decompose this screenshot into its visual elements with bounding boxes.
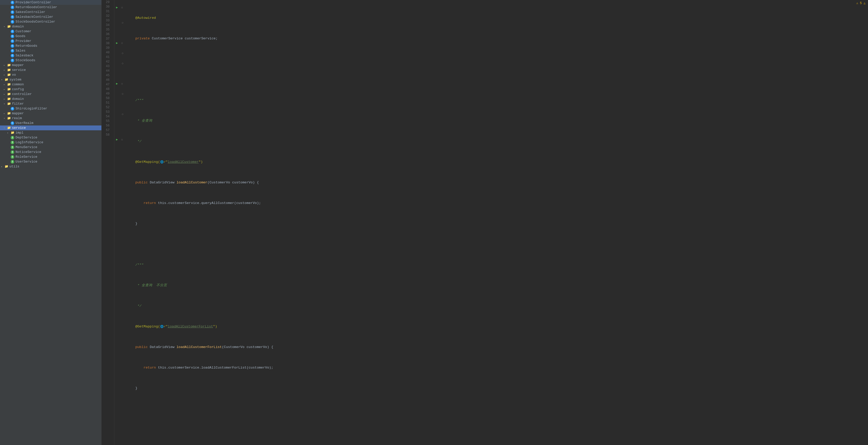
tree-item-service-sys[interactable]: 📁 service <box>0 126 101 130</box>
tree-item-Salesback[interactable]: C Salesback <box>0 53 101 58</box>
folder-icon: 📁 <box>7 68 11 72</box>
gutter-29 <box>114 0 125 5</box>
tree-item-domain2[interactable]: 📁 domain <box>0 97 101 101</box>
tree-item-mapper[interactable]: 📁 mapper <box>0 63 101 68</box>
tree-item-StockGoodsController[interactable]: C StockGoodsController <box>0 19 101 24</box>
arrow-icon <box>4 112 7 115</box>
arrow-icon <box>4 127 7 130</box>
tree-item-MenuService[interactable]: I MenuService <box>0 145 101 149</box>
code-line-37: public DataGridView loadAllCustomer(Cust… <box>127 180 868 185</box>
line-num-58: 58 <box>102 133 112 137</box>
line-num-33: 33 <box>102 18 112 23</box>
tree-label: ReturnGoods <box>16 44 101 48</box>
tree-label: domain <box>12 25 101 29</box>
tree-item-Goods[interactable]: C Goods <box>0 34 101 39</box>
punct-37: ( <box>208 180 210 185</box>
gutter-48 <box>114 97 125 102</box>
tree-item-filter[interactable]: 📁 filter <box>0 101 101 106</box>
code-line-45: public DataGridView loadAllCustomerForLi… <box>127 345 868 350</box>
gutter-33: ◇ <box>114 20 125 25</box>
tree-item-SalesbackController[interactable]: C SalesbackController <box>0 14 101 19</box>
folder-icon: 📁 <box>5 78 8 81</box>
run-icon: ▶ <box>116 5 118 10</box>
tree-item-UserRealm[interactable]: C UserRealm <box>0 121 101 126</box>
line-num-38: 38 <box>102 41 112 46</box>
tree-item-service[interactable]: 📁 service <box>0 68 101 72</box>
tree-item-realm[interactable]: 📁 realm <box>0 116 101 121</box>
tree-item-NoticeService[interactable]: I NoticeService <box>0 149 101 155</box>
gutter-39: ◇ <box>114 51 125 56</box>
brace-47: } <box>127 386 137 391</box>
folder-icon: 📁 <box>7 82 11 87</box>
line-num-43: 43 <box>102 64 112 69</box>
tree-item-utils[interactable]: 📁 utils <box>0 164 101 169</box>
link-loadAllCustomer: loadAllCustomer <box>168 160 199 165</box>
tree-item-domain[interactable]: 📁 domain <box>0 24 101 29</box>
code-line-40 <box>127 242 868 247</box>
comment-35: */ <box>127 139 142 144</box>
tree-item-vo[interactable]: 📁 vo <box>0 72 101 77</box>
tree-item-ProviderController[interactable]: C ProviderController <box>0 0 101 5</box>
arrow-icon <box>4 102 7 105</box>
file-tree[interactable]: C ProviderController C ReturnGoodsContro… <box>0 0 102 445</box>
gutter-44 <box>114 76 125 81</box>
tree-item-mapper2[interactable]: 📁 mapper <box>0 111 101 116</box>
tree-item-Customer[interactable]: C Customer <box>0 29 101 34</box>
code-line-38: return this.customerService.queryAllCust… <box>127 201 868 206</box>
gutter-43 <box>114 71 125 76</box>
code-line-35: */ <box>127 139 868 144</box>
tree-label: UserRealm <box>16 121 101 125</box>
tree-label: domain <box>12 97 101 101</box>
line-num-55: 55 <box>102 119 112 124</box>
class-icon: C <box>11 10 14 14</box>
gutter-35 <box>114 31 125 36</box>
tree-item-controller2[interactable]: 📁 controller <box>0 92 101 97</box>
line-num-37: 37 <box>102 37 112 41</box>
folder-icon: 📁 <box>7 73 11 77</box>
annotation-44c: ") <box>213 324 217 329</box>
gutter-53 <box>114 122 125 127</box>
folder-icon: 📁 <box>7 25 11 29</box>
folder-icon: 📁 <box>7 63 11 67</box>
tree-item-DeptService[interactable]: I DeptService <box>0 135 101 140</box>
tree-item-RoleService[interactable]: I RoleService <box>0 155 101 159</box>
fn-loadAllCustomer: loadAllCustomer <box>176 180 208 185</box>
folder-icon: 📁 <box>7 116 11 120</box>
tree-item-UserService[interactable]: I UserService <box>0 159 101 164</box>
tree-item-ShiroLoginFilter[interactable]: C ShiroLoginFilter <box>0 106 101 111</box>
tree-item-Provider[interactable]: C Provider <box>0 39 101 43</box>
line-num-46: 46 <box>102 78 112 82</box>
icon-36: 🌐 <box>160 160 164 164</box>
tree-item-system[interactable]: 📁 system <box>0 77 101 82</box>
tree-item-config[interactable]: 📁 config <box>0 87 101 92</box>
comment-34: * 全查询 <box>127 118 152 124</box>
tree-label: mapper <box>12 111 101 115</box>
fold-icon-33: ◇ <box>122 21 124 25</box>
tree-item-LogInfoService[interactable]: I LogInfoService <box>0 140 101 145</box>
tree-label: mapper <box>12 63 101 67</box>
tree-item-impl[interactable]: 📁 impl <box>0 130 101 135</box>
tree-item-Sales[interactable]: C Sales <box>0 48 101 53</box>
code-content-area[interactable]: ⚠ 5 △ 29 30 31 32 33 34 35 36 37 38 39 4… <box>102 0 868 445</box>
tree-label: SakesController <box>16 10 101 14</box>
tree-item-common[interactable]: 📁 common <box>0 82 101 87</box>
fn-loadAllCustomerForList: loadAllCustomerForList <box>176 345 222 350</box>
tree-item-SakesController[interactable]: C SakesController <box>0 10 101 14</box>
tree-item-ReturnGoods[interactable]: C ReturnGoods <box>0 43 101 48</box>
tree-label: ProviderController <box>16 1 101 4</box>
tree-item-ReturnGoodsController[interactable]: C ReturnGoodsController <box>0 5 101 10</box>
tree-item-StockGoods[interactable]: C StockGoods <box>0 58 101 63</box>
punct-45b: ) { <box>267 345 273 350</box>
type-CustomerVo-45: CustomerVo <box>224 345 247 350</box>
comment-43: */ <box>127 304 142 309</box>
fold-icon-56: ◇ <box>121 137 123 142</box>
tree-label: Customer <box>16 30 101 33</box>
comment-33: /*** <box>127 98 144 103</box>
code-line-43: */ <box>127 304 868 309</box>
tree-label: NoticeService <box>16 150 101 154</box>
code-line-39: } <box>127 221 868 226</box>
annotation-36c: ") <box>198 160 203 165</box>
line-num-45: 45 <box>102 73 112 78</box>
code-46: this.customerService.loadAllCustomerForL… <box>158 365 274 370</box>
gutter-37: ▶ ◇ <box>114 41 125 46</box>
